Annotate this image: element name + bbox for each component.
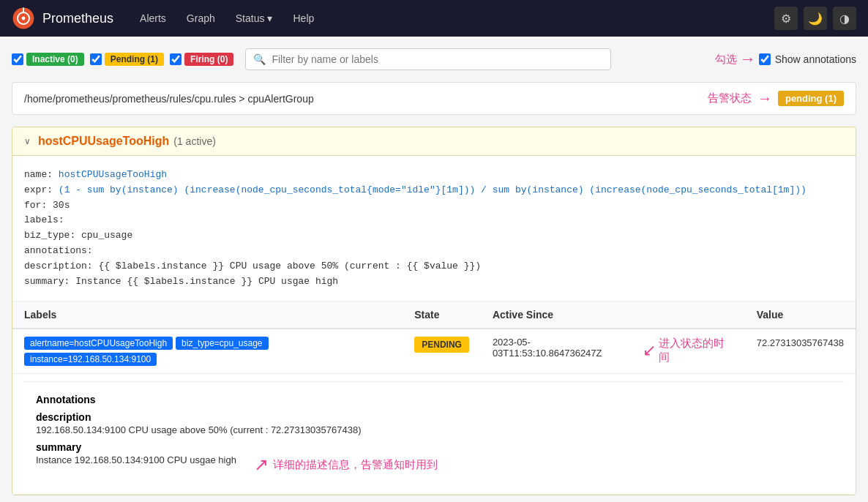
annotation-callout-label: 勾选	[715, 53, 737, 67]
firing-badge: Firing (0)	[184, 53, 233, 66]
show-annotations-label[interactable]: Show annotations	[775, 53, 856, 65]
col-value: Value	[745, 301, 856, 329]
state-cell: PENDING	[403, 329, 481, 374]
show-annotations-checkbox[interactable]	[759, 53, 771, 65]
annotations-key: annotations:	[24, 245, 93, 256]
desc-key: description:	[24, 261, 93, 271]
theme-contrast-button[interactable]: ◑	[833, 7, 856, 30]
status-callout-label: 告警状态	[708, 91, 752, 105]
pending-checkbox[interactable]	[90, 53, 102, 65]
rule-path-text: /home/prometheus/prometheus/rules/cpu.ru…	[24, 93, 314, 105]
alert-group: ∨ hostCPUUsageTooHigh (1 active) name: h…	[12, 127, 856, 495]
nav-status[interactable]: Status ▾	[227, 8, 282, 29]
alert-group-title: hostCPUUsageTooHigh	[38, 135, 169, 148]
alert-group-header[interactable]: ∨ hostCPUUsageTooHigh (1 active)	[12, 127, 856, 156]
pending-badge: Pending (1)	[105, 53, 164, 66]
desc-callout-arrow: ↗	[254, 454, 269, 475]
col-active-since: Active Since	[481, 301, 745, 329]
time-callout-label: 进入状态的时间	[659, 337, 733, 364]
nav-help[interactable]: Help	[284, 8, 323, 29]
description-value: 192.168.50.134:9100 CPU usage above 50% …	[36, 424, 832, 435]
expr-value: (1 - sum by(instance) (increase(node_cpu…	[59, 184, 807, 195]
chevron-icon: ∨	[24, 136, 31, 146]
table-header-row: Labels State Active Since Value	[12, 301, 856, 329]
annotations-row: Annotations description 192.168.50.134:9…	[12, 374, 856, 495]
label-alertname: alertname=hostCPUUsageTooHigh	[24, 337, 173, 350]
for-value: 30s	[53, 200, 70, 211]
alert-group-subtitle: (1 active)	[173, 135, 216, 147]
state-pending-badge: PENDING	[414, 337, 469, 353]
labels-cell: alertname=hostCPUUsageTooHigh biz_type=c…	[12, 329, 403, 374]
annotations-section: Annotations description 192.168.50.134:9…	[24, 381, 844, 487]
filter-bar: Inactive (0) Pending (1) Firing (0) 🔍 勾选…	[12, 48, 856, 70]
name-key: name:	[24, 169, 53, 180]
status-callout-arrow: →	[757, 90, 772, 107]
inactive-filter: Inactive (0)	[12, 53, 84, 66]
description-key: description	[36, 411, 832, 423]
expr-key: expr:	[24, 184, 53, 195]
filter-badges: Inactive (0) Pending (1) Firing (0)	[12, 53, 233, 66]
summary-key-display: summary	[36, 441, 832, 453]
rule-labels-line: labels:	[24, 213, 844, 228]
rule-summary-line: summary: Instance {{ $labels.instance }}…	[24, 274, 844, 290]
show-annotations: Show annotations	[759, 53, 856, 65]
rule-annotations-line: annotations:	[24, 244, 844, 259]
biz-value: biz_type: cpu_usage	[24, 230, 132, 241]
table-row: alertname=hostCPUUsageTooHigh biz_type=c…	[12, 329, 856, 374]
annotations-cell: Annotations description 192.168.50.134:9…	[12, 374, 856, 495]
alert-value: 72.27313035767438	[757, 337, 844, 348]
app-title: Prometheus	[42, 11, 113, 26]
summary-key: summary:	[24, 276, 70, 287]
active-since-value: 2023-05-03T11:53:10.864736247Z	[493, 337, 637, 359]
labels-key: labels:	[24, 214, 64, 225]
rule-expr-line: expr: (1 - sum by(instance) (increase(no…	[24, 183, 844, 198]
summary-value-display: Instance 192.168.50.134:9100 CPU usgae h…	[36, 454, 236, 465]
content-area: Inactive (0) Pending (1) Firing (0) 🔍 勾选…	[0, 37, 868, 502]
nav-alerts[interactable]: Alerts	[131, 8, 175, 29]
navbar-right: ⚙ 🌙 ◑	[774, 7, 856, 30]
nav-graph[interactable]: Graph	[178, 8, 224, 29]
theme-moon-button[interactable]: 🌙	[804, 7, 827, 30]
pending-filter: Pending (1)	[90, 53, 164, 66]
firing-filter: Firing (0)	[170, 53, 233, 66]
search-box: 🔍	[245, 48, 611, 70]
label-biztype: biz_type=cpu_usage	[176, 337, 268, 350]
time-callout-arrow: ↙	[643, 341, 656, 360]
inactive-badge: Inactive (0)	[26, 53, 84, 66]
rule-path-bar: /home/prometheus/prometheus/rules/cpu.ru…	[12, 82, 856, 115]
svg-point-2	[22, 17, 26, 20]
desc-value: {{ $labels.instance }} CPU usage above 5…	[98, 261, 481, 271]
navbar: Prometheus Alerts Graph Status ▾ Help ⚙ …	[0, 0, 868, 37]
rule-for-line: for: 30s	[24, 198, 844, 214]
pending-status-badge: pending (1)	[778, 91, 844, 106]
rule-name-line: name: hostCPUUsageTooHigh	[24, 168, 844, 183]
desc-callout-text: 详细的描述信息，告警通知时用到	[273, 458, 438, 472]
name-value: hostCPUUsageTooHigh	[59, 169, 167, 180]
annotation-callout-arrow: →	[740, 50, 756, 69]
rule-detail: name: hostCPUUsageTooHigh expr: (1 - sum…	[12, 156, 856, 301]
col-labels: Labels	[12, 301, 403, 329]
prometheus-logo	[12, 7, 35, 30]
summary-value: Instance {{ $labels.instance }} CPU usga…	[75, 276, 338, 287]
main-nav: Alerts Graph Status ▾ Help	[131, 8, 757, 29]
inactive-checkbox[interactable]	[12, 53, 23, 65]
label-instance: instance=192.168.50.134:9100	[24, 353, 157, 366]
label-tags: alertname=hostCPUUsageTooHigh biz_type=c…	[24, 337, 391, 366]
search-icon: 🔍	[253, 53, 266, 65]
alert-status-callout: 告警状态 → pending (1)	[708, 90, 844, 107]
filter-right: 勾选 → Show annotations	[715, 50, 856, 69]
annotations-title: Annotations	[36, 394, 832, 405]
gear-button[interactable]: ⚙	[774, 7, 798, 30]
firing-checkbox[interactable]	[170, 53, 182, 65]
search-input[interactable]	[272, 53, 603, 65]
active-since-cell: 2023-05-03T11:53:10.864736247Z ↙ 进入状态的时间	[481, 329, 745, 374]
for-key: for:	[24, 200, 47, 211]
value-cell: 72.27313035767438	[745, 329, 856, 374]
rule-desc-line: description: {{ $labels.instance }} CPU …	[24, 259, 844, 274]
col-state: State	[403, 301, 481, 329]
brand: Prometheus	[12, 7, 113, 30]
rule-biz-line: biz_type: cpu_usage	[24, 228, 844, 244]
alert-table: Labels State Active Since Value alertnam…	[12, 301, 856, 495]
